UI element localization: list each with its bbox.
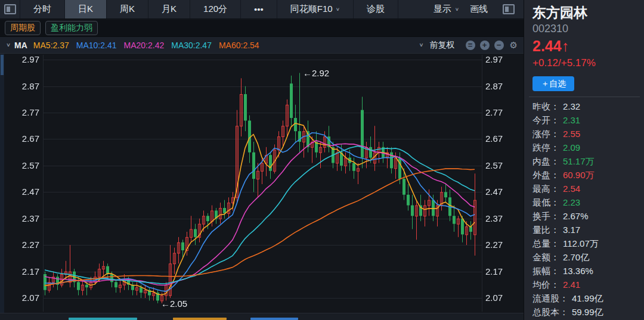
tag-weak-profitability[interactable]: 盈利能力弱 [45,21,98,35]
reset-button[interactable]: = [466,41,475,50]
stat-row: 均价：2.41 [532,278,641,291]
price-change: +0.12/+5.17% [532,57,596,69]
adjust-mode-dropdown[interactable]: 前复权 [430,40,455,51]
up-arrow-icon: ↑ [562,38,569,54]
tab-label: 120分 [203,4,227,15]
stat-row: 涨停：2.55 [532,127,641,141]
zoom-out-button[interactable]: − [494,41,504,50]
stat-label: 金额： [532,250,559,264]
tab-6[interactable]: 同花顺F10∨ [277,0,354,18]
y-axis-label: 2.87 [13,82,39,91]
stat-label: 涨停： [532,127,559,141]
tab-2[interactable]: 周K [107,0,148,18]
scrollbar-thumb[interactable] [1,55,4,75]
stat-label: 振幅： [532,264,559,278]
tab-3[interactable]: 月K [148,0,190,18]
tab-label: 诊股 [367,4,385,15]
stat-label: 最高： [532,182,559,195]
ma-legend-item: MA30:2.47 [171,41,212,50]
chevron-down-icon: ∨ [336,7,340,12]
ma-legend-item: MA5:2.37 [33,41,69,50]
collapse-right-panel-icon[interactable] [499,4,519,14]
stat-value: 60.90万 [563,168,595,182]
period-tabs: 分时日K周K月K120分•••同花顺F10∨诊股 [20,0,434,18]
cutoff-text-fragment [69,318,137,320]
stat-label: 今开： [532,113,559,127]
display-label: 显示 [434,4,451,15]
tag-cyclical-stock[interactable]: 周期股 [5,21,41,35]
y-axis-label: 2.97 [13,55,39,64]
ma-legend-item: MA10:2.41 [76,41,117,50]
y-axis-label: 2.47 [485,187,512,197]
price-annotation: ←2.92 [303,68,329,78]
tab-1[interactable]: 日K [65,0,107,18]
y-axis-label: 2.07 [13,293,39,303]
ma-group-label: MA [14,41,27,50]
y-axis-label: 2.37 [485,214,512,223]
stock-code: 002310 [532,23,568,35]
display-menu[interactable]: 显示 ∨ [434,4,459,15]
stat-row: 换手：2.67% [532,209,641,223]
left-scrollbar[interactable] [0,54,4,313]
stat-row: 流通股：41.99亿 [532,291,641,305]
stat-label: 流通股： [532,291,568,305]
draw-line-button[interactable]: 画线 [470,4,488,15]
stat-value: 2.32 [563,100,580,113]
ma-indicator-bar: ∨ MA MA5:2.37MA10:2.41MA20:2.42MA30:2.47… [0,37,524,54]
stat-row: 外盘：60.90万 [532,168,641,182]
zoom-buttons: =+− [461,40,504,50]
stat-row: 昨收：2.32 [532,100,641,113]
stat-label: 总股本： [532,305,568,319]
stat-value: 2.67% [563,209,589,223]
stat-row: 跌停：2.09 [532,141,641,154]
stock-app-window: 分时日K周K月K120分•••同花顺F10∨诊股 显示 ∨ 画线 周期股 盈利能… [0,0,644,320]
stat-value: 2.70亿 [563,250,589,264]
stat-value: 2.41 [563,278,580,291]
stat-value: 2.09 [563,141,580,154]
kline-chart-area: 2.972.972.872.872.772.772.672.672.572.57… [0,54,524,313]
stat-value: 2.23 [563,195,580,209]
tab-label: 分时 [33,4,51,15]
tab-5[interactable]: ••• [241,0,277,18]
tab-0[interactable]: 分时 [20,0,65,18]
y-axis-label: 2.17 [485,267,512,276]
y-axis-label: 2.57 [485,161,512,170]
ma-legend: MA5:2.37MA10:2.41MA20:2.42MA30:2.47MA60:… [33,41,267,50]
stat-row: 内盘：51.17万 [532,154,641,168]
chevron-down-icon: ∨ [455,7,459,12]
tab-label: 日K [78,4,93,15]
stat-value: 3.17 [563,223,580,237]
stat-row: 总股本：59.99亿 [532,305,641,319]
chevron-down-icon[interactable]: ∨ [419,42,423,48]
y-axis-label: 2.37 [13,214,39,223]
stat-row: 量比：3.17 [532,223,641,237]
period-toolbar: 分时日K周K月K120分•••同花顺F10∨诊股 显示 ∨ 画线 [0,0,524,19]
stat-row: 最高：2.54 [532,182,641,195]
y-axis-label: 2.27 [13,240,39,250]
stat-label: 最低： [532,195,559,209]
volume-pane-cutoff [0,313,524,320]
gear-icon[interactable]: ⚙ [510,40,518,51]
ma-bar-right: ∨ 前复权 =+− ⚙ [419,40,518,51]
y-axis-label: 2.57 [13,161,39,170]
tab-label: 周K [120,4,135,15]
kline-canvas[interactable] [0,54,524,313]
stat-value: 41.99亿 [572,291,603,305]
current-price: 2.44↑ [532,38,569,55]
panel-toggle-glyph [503,4,515,14]
stat-value: 2.55 [563,127,580,141]
draw-line-label: 画线 [470,4,488,15]
stat-label: 外盘： [532,168,559,182]
y-axis-label: 2.87 [485,82,512,91]
tab-label: ••• [254,4,264,14]
zoom-in-button[interactable]: + [480,41,490,50]
stat-label: 量比： [532,223,559,237]
y-axis-label: 2.77 [13,108,39,117]
stat-row: 振幅：13.36% [532,264,641,278]
stat-row: 总量：112.07万 [532,237,641,250]
collapse-left-panel-icon[interactable] [0,0,20,18]
chevron-down-icon[interactable]: ∨ [6,42,11,48]
tab-4[interactable]: 120分 [190,0,241,18]
tab-7[interactable]: 诊股 [354,0,398,18]
add-watchlist-button[interactable]: ＋自选 [532,76,574,91]
